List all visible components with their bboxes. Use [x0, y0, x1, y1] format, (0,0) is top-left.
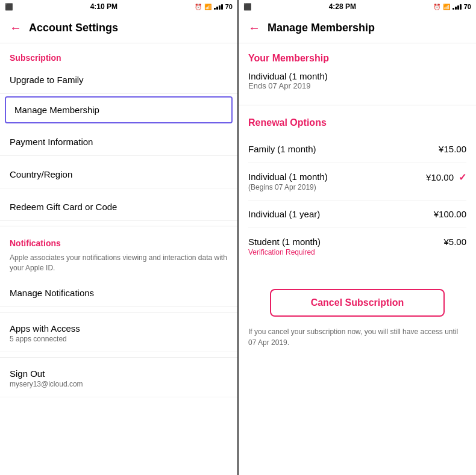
renewal-student-verification: Verification Required	[248, 248, 443, 256]
left-status-icons: ⬛	[5, 3, 13, 11]
renewal-option-left-family: Family (1 month)	[248, 144, 439, 154]
renewal-title: Renewal Options	[248, 117, 466, 128]
selected-checkmark: ✓	[459, 172, 466, 183]
signal-icon	[214, 4, 223, 10]
renewal-option-left-student: Student (1 month) Verification Required	[248, 237, 443, 256]
renewal-section: Renewal Options Family (1 month) ¥15.00 …	[239, 108, 476, 275]
alarm-icon: ⏰	[195, 4, 202, 10]
manage-notifications-item[interactable]: Manage Notifications	[0, 279, 237, 307]
divider-1	[0, 226, 237, 226]
left-back-button[interactable]: ←	[10, 21, 22, 35]
wifi-icon: 📶	[204, 4, 211, 10]
right-app-icon: ⬛	[243, 3, 252, 11]
payment-section: Payment Information	[0, 128, 237, 156]
current-plan-name: Individual (1 month)	[248, 71, 466, 81]
right-signal-icon	[453, 4, 462, 10]
payment-info-item[interactable]: Payment Information	[0, 128, 237, 156]
country-section: Country/Region	[0, 161, 237, 188]
apps-access-item[interactable]: Apps with Access 5 apps connected	[0, 315, 237, 352]
renewal-individual-1y-name: Individual (1 year)	[248, 209, 434, 219]
divider-3	[0, 357, 237, 358]
right-system-icons: ⏰ 📶 70	[433, 3, 471, 10]
renewal-family-price: ¥15.00	[439, 144, 466, 154]
left-nav-title: Account Settings	[29, 22, 118, 34]
sign-out-item[interactable]: Sign Out mysery13@icloud.com	[0, 360, 237, 397]
your-membership-title: Your Membership	[248, 53, 466, 64]
apps-section: Apps with Access 5 apps connected	[0, 315, 237, 352]
renewal-option-individual-1m[interactable]: Individual (1 month) (Begins 07 Apr 2019…	[248, 163, 466, 200]
country-region-item[interactable]: Country/Region	[0, 161, 237, 188]
left-panel: ⬛ 4:10 PM ⏰ 📶 70 ← Account Settings Subs…	[0, 0, 238, 475]
renewal-option-left-individual-1m: Individual (1 month) (Begins 07 Apr 2019…	[248, 172, 426, 191]
subscription-header: Subscription	[0, 43, 237, 66]
renewal-option-family[interactable]: Family (1 month) ¥15.00	[248, 135, 466, 163]
renewal-student-name: Student (1 month)	[248, 237, 443, 247]
right-nav-title: Manage Membership	[268, 22, 375, 34]
current-plan-date: Ends 07 Apr 2019	[248, 81, 466, 90]
right-nav-header: ← Manage Membership	[239, 13, 476, 43]
current-plan: Individual (1 month) Ends 07 Apr 2019	[248, 71, 466, 90]
right-wifi-icon: 📶	[443, 4, 450, 10]
redeem-gift-item[interactable]: Redeem Gift Card or Code	[0, 193, 237, 221]
left-time: 4:10 PM	[90, 2, 117, 11]
notifications-section: Notifications Apple associates your noti…	[0, 229, 237, 307]
right-alarm-icon: ⏰	[433, 4, 440, 10]
manage-membership-item[interactable]: Manage Membership	[5, 96, 233, 123]
right-battery-icon: 70	[464, 3, 471, 10]
renewal-option-right-individual-1y: ¥100.00	[434, 209, 466, 219]
right-back-button[interactable]: ←	[248, 21, 260, 35]
redeem-section: Redeem Gift Card or Code	[0, 193, 237, 221]
cancel-btn-container: Cancel Subscription	[239, 275, 476, 326]
right-status-icons: ⬛	[243, 3, 252, 11]
left-system-icons: ⏰ 📶 70	[195, 3, 233, 10]
cancel-note: If you cancel your subscription now, you…	[239, 326, 476, 358]
right-time: 4:28 PM	[329, 2, 356, 11]
your-membership-section: Your Membership Individual (1 month) End…	[239, 43, 476, 102]
right-divider-1	[239, 105, 476, 105]
subscription-section: Subscription Upgrade to Family Manage Me…	[0, 43, 237, 123]
left-content: Subscription Upgrade to Family Manage Me…	[0, 43, 237, 475]
divider-2	[0, 312, 237, 312]
renewal-individual-1m-name: Individual (1 month)	[248, 172, 426, 182]
left-status-bar: ⬛ 4:10 PM ⏰ 📶 70	[0, 0, 237, 13]
renewal-student-price: ¥5.00	[443, 237, 466, 247]
renewal-option-individual-1y[interactable]: Individual (1 year) ¥100.00	[248, 200, 466, 228]
battery-icon: 70	[225, 3, 233, 10]
upgrade-family-item[interactable]: Upgrade to Family	[0, 66, 237, 94]
left-app-icon: ⬛	[5, 3, 13, 11]
cancel-subscription-button[interactable]: Cancel Subscription	[270, 289, 445, 317]
renewal-option-right-student: ¥5.00	[443, 237, 466, 247]
renewal-option-left-individual-1y: Individual (1 year)	[248, 209, 434, 219]
right-content: Your Membership Individual (1 month) End…	[239, 43, 476, 475]
right-panel: ⬛ 4:28 PM ⏰ 📶 70 ← Manage Membership You…	[238, 0, 476, 475]
left-nav-header: ← Account Settings	[0, 13, 237, 43]
renewal-individual-1m-sub: (Begins 07 Apr 2019)	[248, 183, 426, 191]
renewal-option-student[interactable]: Student (1 month) Verification Required …	[248, 228, 466, 265]
right-status-bar: ⬛ 4:28 PM ⏰ 📶 70	[239, 0, 476, 13]
renewal-family-name: Family (1 month)	[248, 144, 439, 154]
renewal-option-right-individual-1m: ¥10.00 ✓	[426, 172, 466, 183]
renewal-individual-1m-price: ¥10.00	[426, 172, 454, 182]
renewal-individual-1y-price: ¥100.00	[434, 209, 466, 219]
notifications-header: Notifications	[0, 229, 237, 252]
renewal-option-right-family: ¥15.00	[439, 144, 466, 154]
signout-section: Sign Out mysery13@icloud.com	[0, 360, 237, 397]
notifications-description: Apple associates your notifications view…	[0, 252, 237, 279]
